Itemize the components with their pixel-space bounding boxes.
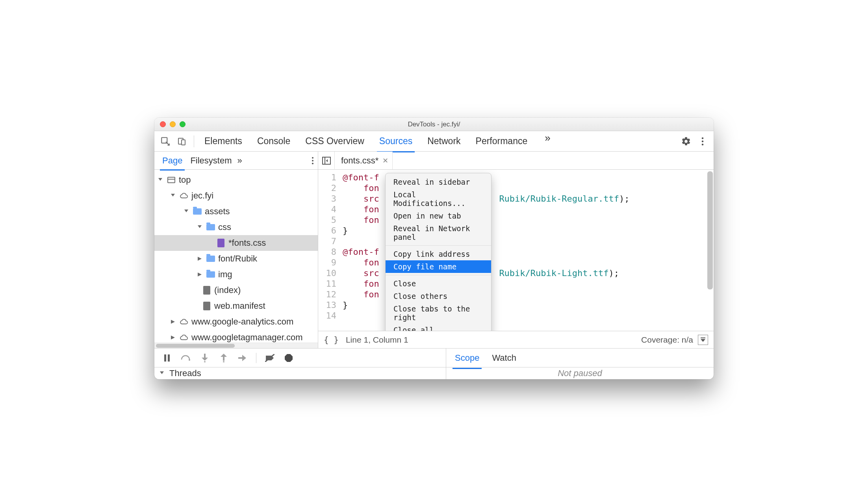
tree-label: *fonts.css bbox=[228, 238, 266, 248]
svg-rect-29 bbox=[223, 356, 224, 361]
ctx-local-modifications[interactable]: Local Modifications... bbox=[386, 188, 491, 210]
tab-elements[interactable]: Elements bbox=[204, 132, 243, 150]
debugger-toolbar: Scope Watch bbox=[154, 349, 714, 367]
zoom-window-button[interactable] bbox=[180, 121, 185, 127]
svg-marker-10 bbox=[171, 194, 175, 197]
svg-marker-12 bbox=[198, 225, 202, 228]
svg-marker-20 bbox=[701, 339, 705, 342]
tree-index[interactable]: (index) bbox=[154, 282, 318, 298]
sidebar-horizontal-scrollbar[interactable] bbox=[154, 343, 318, 348]
tree-top-frame[interactable]: top bbox=[154, 172, 318, 188]
not-paused-label: Not paused bbox=[558, 368, 602, 378]
ctx-close-all[interactable]: Close all bbox=[386, 324, 491, 331]
tree-label: top bbox=[179, 175, 191, 185]
tree-label: font/Rubik bbox=[218, 254, 257, 264]
tree-css[interactable]: css bbox=[154, 219, 318, 235]
navigator-tabs: Page Filesystem » bbox=[154, 152, 318, 170]
tree-font-rubik[interactable]: font/Rubik bbox=[154, 251, 318, 267]
close-tab-icon[interactable]: ✕ bbox=[382, 156, 388, 165]
deactivate-breakpoints-button[interactable] bbox=[264, 352, 275, 363]
tree-google-analytics[interactable]: www.google-analytics.com bbox=[154, 314, 318, 330]
svg-point-4 bbox=[702, 140, 704, 142]
ctx-separator bbox=[386, 245, 491, 246]
svg-point-27 bbox=[204, 361, 206, 362]
svg-point-24 bbox=[189, 359, 190, 361]
dbg-tab-watch[interactable]: Watch bbox=[491, 350, 517, 365]
tree-file-fonts-css[interactable]: *fonts.css bbox=[154, 235, 318, 251]
tree-assets[interactable]: assets bbox=[154, 204, 318, 219]
tab-context-menu: Reveal in sidebar Local Modifications...… bbox=[385, 173, 491, 331]
svg-marker-15 bbox=[171, 320, 175, 324]
svg-point-8 bbox=[312, 163, 313, 164]
svg-marker-19 bbox=[326, 159, 328, 162]
tab-css-overview[interactable]: CSS Overview bbox=[304, 132, 365, 150]
svg-rect-2 bbox=[182, 140, 185, 145]
step-out-button[interactable] bbox=[218, 352, 229, 363]
cloud-icon bbox=[180, 317, 188, 326]
tree-label: css bbox=[218, 222, 231, 232]
file-tab-fonts-css[interactable]: fonts.css* ✕ bbox=[335, 152, 393, 169]
titlebar: DevTools - jec.fyi/ bbox=[154, 118, 714, 131]
tab-console[interactable]: Console bbox=[256, 132, 291, 150]
tree-manifest[interactable]: web.manifest bbox=[154, 298, 318, 314]
pretty-print-button[interactable]: { } bbox=[324, 335, 339, 345]
coverage-toggle-button[interactable] bbox=[698, 335, 708, 345]
svg-marker-37 bbox=[160, 371, 164, 374]
step-over-button[interactable] bbox=[180, 352, 191, 363]
step-button[interactable] bbox=[237, 352, 248, 363]
scope-content: Not paused bbox=[446, 367, 714, 379]
inspect-element-icon[interactable] bbox=[158, 134, 172, 148]
ctx-close-right[interactable]: Close tabs to the right bbox=[386, 302, 491, 324]
navigator-kebab-icon[interactable] bbox=[312, 156, 314, 165]
ctx-reveal-sidebar[interactable]: Reveal in sidebar bbox=[386, 176, 491, 188]
svg-marker-26 bbox=[202, 358, 208, 361]
threads-label: Threads bbox=[169, 368, 201, 378]
navigator-more-tabs[interactable]: » bbox=[237, 156, 242, 166]
cursor-position: Line 1, Column 1 bbox=[346, 335, 408, 345]
ctx-reveal-network[interactable]: Reveal in Network panel bbox=[386, 222, 491, 243]
step-into-button[interactable] bbox=[199, 352, 210, 363]
ctx-close[interactable]: Close bbox=[386, 277, 491, 290]
editor-vertical-scrollbar[interactable] bbox=[707, 171, 713, 329]
tree-label: web.manifest bbox=[214, 301, 265, 311]
svg-marker-9 bbox=[158, 178, 162, 181]
navigator-tab-filesystem[interactable]: Filesystem bbox=[186, 153, 236, 168]
threads-section[interactable]: Threads bbox=[154, 367, 446, 379]
svg-marker-16 bbox=[171, 336, 175, 339]
source-editor: fonts.css* ✕ 123 456 789 101112 1314 @fo… bbox=[318, 152, 714, 348]
svg-point-6 bbox=[312, 157, 313, 158]
ctx-copy-filename[interactable]: Copy file name bbox=[386, 260, 491, 273]
ctx-copy-link[interactable]: Copy link address bbox=[386, 248, 491, 260]
ctx-open-new-tab[interactable]: Open in new tab bbox=[386, 210, 491, 222]
dbg-tab-scope[interactable]: Scope bbox=[454, 350, 480, 365]
tree-googletagmanager[interactable]: www.googletagmanager.com bbox=[154, 330, 318, 343]
more-menu-kebab-icon[interactable] bbox=[696, 134, 710, 148]
svg-point-5 bbox=[702, 143, 704, 145]
svg-point-7 bbox=[312, 159, 313, 161]
device-toolbar-icon[interactable] bbox=[175, 134, 189, 148]
minimize-window-button[interactable] bbox=[170, 121, 176, 127]
svg-rect-21 bbox=[701, 338, 705, 338]
tree-domain[interactable]: jec.fyi bbox=[154, 188, 318, 204]
tree-img[interactable]: img bbox=[154, 267, 318, 282]
tree-label: jec.fyi bbox=[191, 191, 213, 201]
tab-performance[interactable]: Performance bbox=[475, 132, 529, 150]
navigator-tab-page[interactable]: Page bbox=[158, 153, 186, 168]
devtools-window: DevTools - jec.fyi/ Elements Console CSS… bbox=[154, 118, 714, 379]
coverage-label: Coverage: n/a bbox=[641, 335, 693, 345]
tab-network[interactable]: Network bbox=[427, 132, 461, 150]
close-window-button[interactable] bbox=[160, 121, 166, 127]
pause-on-exceptions-button[interactable] bbox=[283, 352, 294, 363]
line-gutter: 123 456 789 101112 1314 bbox=[318, 170, 340, 331]
tree-label: img bbox=[218, 269, 232, 280]
toggle-navigator-icon[interactable] bbox=[318, 152, 335, 170]
tab-sources[interactable]: Sources bbox=[378, 132, 413, 150]
cloud-icon bbox=[180, 191, 188, 200]
code-area[interactable]: 123 456 789 101112 1314 @font-f fon src … bbox=[318, 170, 714, 331]
more-tabs-button[interactable]: » bbox=[542, 132, 553, 150]
ctx-close-others[interactable]: Close others bbox=[386, 290, 491, 302]
settings-gear-icon[interactable] bbox=[679, 134, 693, 148]
pause-button[interactable] bbox=[161, 352, 172, 363]
tree-label: assets bbox=[205, 206, 230, 217]
debugger-sidebar-tabs: Scope Watch bbox=[446, 349, 714, 367]
